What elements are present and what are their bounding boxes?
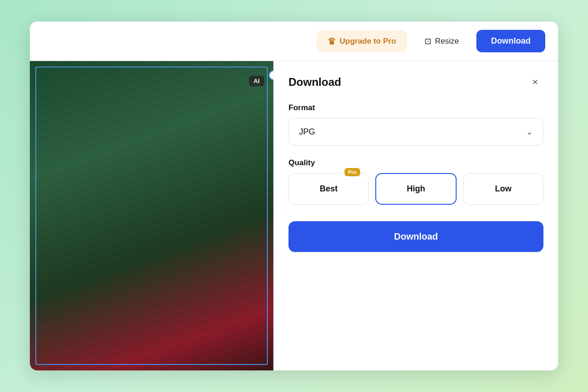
download-action-label: Download [394, 231, 438, 241]
toolbar: ♛ Upgrade to Pro ⊡ Resize Download [30, 22, 558, 61]
pro-badge: Pro [345, 168, 360, 176]
upgrade-label: Upgrade to Pro [339, 37, 396, 46]
ai-badge: AI [249, 76, 264, 86]
quality-low-label: Low [495, 184, 512, 193]
format-section: Format JPG ⌄ [288, 103, 543, 146]
chevron-down-icon: ⌄ [526, 127, 533, 137]
panel-title: Download [288, 76, 341, 89]
quality-section: Quality Pro Best High Low [288, 158, 543, 205]
format-select[interactable]: JPG ⌄ [288, 118, 543, 146]
quality-best-label: Best [320, 184, 338, 193]
close-icon: × [532, 76, 538, 88]
selection-handle[interactable] [269, 70, 273, 80]
quality-low-button[interactable]: Low [463, 173, 543, 205]
main-area: AI Download × Format JPG ⌄ [30, 61, 558, 370]
download-action-button[interactable]: Download [288, 221, 543, 252]
quality-high-button[interactable]: High [375, 173, 457, 205]
quality-label: Quality [288, 158, 543, 168]
app-container: ♛ Upgrade to Pro ⊡ Resize Download AI Do… [30, 22, 558, 370]
close-button[interactable]: × [527, 74, 543, 90]
selection-border [35, 67, 268, 365]
crown-icon: ♛ [328, 36, 336, 47]
download-header-button[interactable]: Download [476, 30, 545, 52]
download-panel: Download × Format JPG ⌄ Quality [273, 61, 558, 370]
download-header-label: Download [491, 36, 531, 45]
format-selected-value: JPG [299, 127, 315, 137]
upgrade-to-pro-button[interactable]: ♛ Upgrade to Pro [317, 30, 407, 52]
panel-header: Download × [274, 61, 558, 100]
resize-button[interactable]: ⊡ Resize [414, 31, 469, 52]
format-label: Format [288, 103, 543, 112]
quality-options: Pro Best High Low [288, 173, 543, 205]
resize-icon: ⊡ [424, 36, 431, 46]
resize-label: Resize [435, 37, 459, 46]
panel-body: Format JPG ⌄ Quality Pro Best [274, 100, 558, 267]
canvas-area: AI [30, 61, 273, 370]
canvas-image: AI [30, 61, 273, 370]
quality-high-label: High [407, 184, 425, 193]
quality-best-button[interactable]: Pro Best [288, 173, 369, 205]
